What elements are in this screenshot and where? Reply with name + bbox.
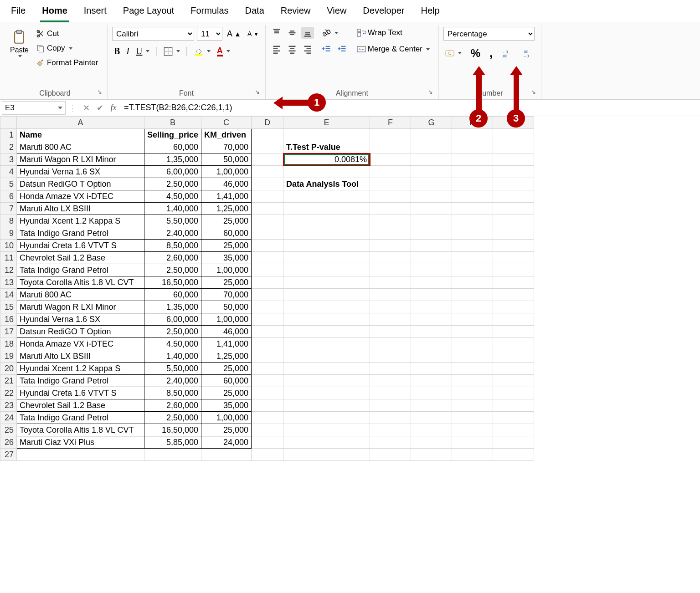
cell[interactable] (370, 375, 411, 387)
cell[interactable]: 60,000 (144, 289, 201, 301)
cell[interactable] (370, 289, 411, 301)
cell[interactable] (370, 276, 411, 289)
cell[interactable] (411, 424, 452, 436)
cell[interactable] (283, 252, 370, 264)
cell[interactable] (493, 129, 534, 141)
cell[interactable]: 4,50,000 (144, 190, 201, 203)
cell[interactable] (411, 215, 452, 227)
cell[interactable] (411, 227, 452, 240)
cell[interactable] (452, 190, 493, 203)
row-header-6[interactable]: 6 (0, 190, 17, 203)
menu-tab-home[interactable]: Home (40, 3, 69, 22)
cell[interactable]: 6,00,000 (144, 166, 201, 178)
font-color-button[interactable]: A (215, 45, 232, 57)
cell[interactable] (252, 375, 283, 387)
cell[interactable] (283, 326, 370, 338)
paste-button[interactable]: Paste (7, 27, 31, 60)
cell[interactable] (493, 412, 534, 424)
cell[interactable] (411, 363, 452, 375)
cell[interactable] (283, 215, 370, 227)
cell[interactable] (17, 449, 144, 461)
row-header-4[interactable]: 4 (0, 166, 17, 178)
menu-tab-view[interactable]: View (325, 3, 348, 22)
cell[interactable]: 35,000 (201, 252, 252, 264)
cell[interactable]: Maruti Wagon R LXI Minor (17, 301, 144, 313)
cell[interactable]: 5,85,000 (144, 436, 201, 449)
cell[interactable] (283, 350, 370, 363)
cell[interactable] (452, 215, 493, 227)
cell[interactable]: 1,25,000 (201, 203, 252, 215)
cell[interactable] (252, 399, 283, 412)
cell[interactable]: Chevrolet Sail 1.2 Base (17, 399, 144, 412)
cell[interactable] (283, 449, 370, 461)
enter-formula-button[interactable]: ✔ (93, 103, 107, 113)
cell[interactable]: Maruti 800 AC (17, 141, 144, 153)
cell[interactable]: Selling_price (144, 129, 201, 141)
cell[interactable]: 2,60,000 (144, 399, 201, 412)
row-header-24[interactable]: 24 (0, 412, 17, 424)
cell[interactable]: Data Analysis Tool (283, 178, 370, 190)
cell[interactable] (493, 449, 534, 461)
cell[interactable] (493, 252, 534, 264)
cell[interactable] (493, 203, 534, 215)
cell[interactable] (411, 276, 452, 289)
menu-tab-formulas[interactable]: Formulas (189, 3, 230, 22)
cell[interactable] (252, 449, 283, 461)
cell[interactable] (252, 313, 283, 326)
cell[interactable] (252, 178, 283, 190)
cell[interactable]: Hyundai Creta 1.6 VTVT S (17, 240, 144, 252)
cell[interactable] (411, 338, 452, 350)
cell[interactable] (252, 412, 283, 424)
cell[interactable] (411, 412, 452, 424)
align-right-button[interactable] (301, 43, 314, 55)
cell[interactable]: 2,60,000 (144, 252, 201, 264)
cell[interactable] (452, 412, 493, 424)
cell[interactable]: 2,50,000 (144, 326, 201, 338)
cell[interactable] (493, 436, 534, 449)
name-box[interactable]: E3 (2, 101, 66, 115)
cell[interactable] (370, 326, 411, 338)
cell[interactable] (452, 240, 493, 252)
cell[interactable] (370, 313, 411, 326)
increase-font-button[interactable]: A▲ (225, 28, 243, 40)
align-middle-button[interactable] (286, 27, 299, 39)
cell[interactable] (411, 190, 452, 203)
cell[interactable] (493, 338, 534, 350)
cell[interactable] (411, 264, 452, 276)
cell[interactable]: Maruti Alto LX BSIII (17, 350, 144, 363)
cell[interactable]: 50,000 (201, 153, 252, 166)
menu-tab-insert[interactable]: Insert (82, 3, 108, 22)
cell[interactable]: 1,41,000 (201, 338, 252, 350)
percent-style-button[interactable]: % (469, 46, 482, 61)
cell[interactable]: Chevrolet Sail 1.2 Base (17, 252, 144, 264)
cell[interactable] (452, 313, 493, 326)
menu-tab-page-layout[interactable]: Page Layout (121, 3, 176, 22)
cell[interactable] (411, 141, 452, 153)
cell[interactable]: Maruti Ciaz VXi Plus (17, 436, 144, 449)
col-header-A[interactable]: A (17, 117, 144, 129)
cell[interactable]: 2,40,000 (144, 375, 201, 387)
cell[interactable]: 0.0081% (283, 153, 370, 166)
number-launcher-icon[interactable]: ↘ (529, 88, 537, 97)
row-header-12[interactable]: 12 (0, 264, 17, 276)
cell[interactable] (283, 338, 370, 350)
cell[interactable] (370, 215, 411, 227)
cell[interactable] (370, 203, 411, 215)
decrease-decimal-button[interactable]: .00→0 (521, 47, 536, 59)
cell[interactable] (252, 363, 283, 375)
cell[interactable]: T.Test P-value (283, 141, 370, 153)
cell[interactable] (493, 363, 534, 375)
align-bottom-button[interactable] (301, 27, 314, 39)
cell[interactable] (493, 190, 534, 203)
col-header-B[interactable]: B (144, 117, 201, 129)
row-header-20[interactable]: 20 (0, 363, 17, 375)
cell[interactable]: 1,40,000 (144, 203, 201, 215)
cell[interactable]: 60,000 (201, 375, 252, 387)
row-header-16[interactable]: 16 (0, 313, 17, 326)
cell[interactable]: 4,50,000 (144, 338, 201, 350)
increase-decimal-button[interactable]: ←0.00 (500, 47, 515, 59)
cell[interactable] (370, 338, 411, 350)
cell[interactable] (283, 129, 370, 141)
row-header-17[interactable]: 17 (0, 326, 17, 338)
decrease-indent-button[interactable] (320, 43, 333, 55)
